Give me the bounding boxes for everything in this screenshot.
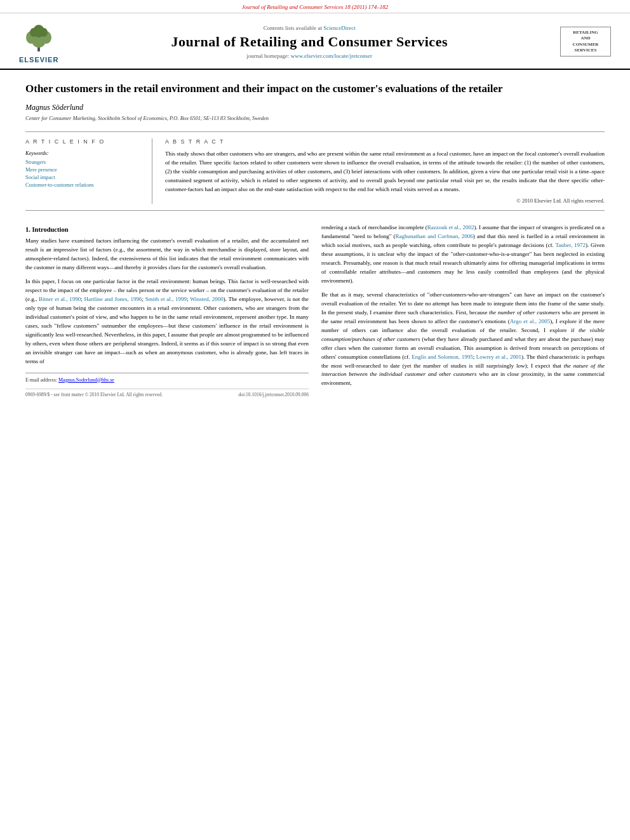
abstract-heading: A B S T R A C T xyxy=(165,138,605,145)
journal-homepage-link[interactable]: www.elsevier.com/locate/jretconser xyxy=(291,53,372,59)
elsevier-logo: ELSEVIER xyxy=(19,20,58,63)
sciencedirect-line: Contents lists available at ScienceDirec… xyxy=(58,25,560,31)
keyword-mere-presence[interactable]: Mere presence xyxy=(25,166,143,173)
section1-title: 1. Introduction xyxy=(25,226,309,233)
ref-bitner[interactable]: Bitner et al., 1990 xyxy=(39,296,81,302)
abstract-column: A B S T R A C T This study shows that ot… xyxy=(165,138,605,204)
footnote-area: E-mail address: Magnus.Soderlund@hhs.se xyxy=(25,373,309,383)
copyright-line: © 2010 Elsevier Ltd. All rights reserved… xyxy=(165,197,605,204)
section1-right-para2: Be that as it may, several characteristi… xyxy=(321,291,605,388)
bottom-bar: 0969-6989/$ - see front matter © 2010 El… xyxy=(25,389,309,397)
ref-smith[interactable]: Smith et al., 1999 xyxy=(145,296,187,302)
ref-raghunathan[interactable]: Raghunathan and Corfman, 2006 xyxy=(395,233,473,239)
body-columns: 1. Introduction Many studies have examin… xyxy=(25,223,605,397)
svg-point-5 xyxy=(30,28,37,37)
journal-header: ELSEVIER Contents lists available at Sci… xyxy=(0,13,630,70)
body-right-column: rendering a stack of merchandise incompl… xyxy=(321,223,605,397)
journal-homepage-line: journal homepage: www.elsevier.com/locat… xyxy=(58,53,560,59)
article-info-abstract: A R T I C L E I N F O Keywords: Stranger… xyxy=(25,131,605,211)
journal-logo-box: RETAILING AND CONSUMER SERVICES xyxy=(560,27,611,56)
ref-lowrey[interactable]: Lowrey et al., 2001 xyxy=(476,354,521,360)
ref-hartline[interactable]: Hartline and Jones, 1996 xyxy=(84,296,142,302)
article-info-heading: A R T I C L E I N F O xyxy=(25,138,143,145)
sciencedirect-link[interactable]: ScienceDirect xyxy=(323,25,355,31)
article-title: Other customers in the retail environmen… xyxy=(25,81,605,97)
keyword-strangers[interactable]: Strangers xyxy=(25,159,143,165)
ref-razzouk[interactable]: Razzouk et al., 2002 xyxy=(427,224,474,230)
keyword-customer-relations[interactable]: Customer-to-customer relations xyxy=(25,182,143,188)
email-link[interactable]: Magnus.Soderlund@hhs.se xyxy=(58,377,114,383)
author-name: Magnus Söderlund xyxy=(25,103,605,112)
doi-text: doi:10.1016/j.jretconser.2010.09.006 xyxy=(238,392,309,397)
ref-tauber[interactable]: Tauber, 1972 xyxy=(555,242,586,248)
body-left-column: 1. Introduction Many studies have examin… xyxy=(25,223,309,397)
author-affiliation: Center for Consumer Marketing, Stockholm… xyxy=(25,115,605,121)
article-info-column: A R T I C L E I N F O Keywords: Stranger… xyxy=(25,138,152,204)
journal-title: Journal of Retailing and Consumer Servic… xyxy=(58,34,560,50)
journal-header-center: Contents lists available at ScienceDirec… xyxy=(58,25,560,59)
section1-title-text: Introduction xyxy=(32,226,69,233)
section1-para2: In this paper, I focus on one particular… xyxy=(25,277,309,366)
keyword-social-impact[interactable]: Social impact xyxy=(25,174,143,180)
journal-citation-bar: Journal of Retailing and Consumer Servic… xyxy=(0,0,630,13)
journal-citation: Journal of Retailing and Consumer Servic… xyxy=(242,4,388,10)
main-content: Other customers in the retail environmen… xyxy=(0,70,630,410)
footnote-email: E-mail address: Magnus.Soderlund@hhs.se xyxy=(25,377,309,383)
keywords-label: Keywords: xyxy=(25,150,143,156)
section1-para1: Many studies have examined factors influ… xyxy=(25,237,309,272)
elsevier-wordmark: ELSEVIER xyxy=(19,56,58,63)
issn-text: 0969-6989/$ - see front matter © 2010 El… xyxy=(25,392,163,397)
svg-point-6 xyxy=(40,28,48,37)
section1-right-para1: rendering a stack of merchandise incompl… xyxy=(321,223,605,286)
abstract-text: This study shows that other customers wh… xyxy=(165,150,605,194)
ref-argo[interactable]: Argo et al., 2005 xyxy=(510,318,550,324)
ref-englis[interactable]: Englis and Solomon, 1995 xyxy=(412,354,473,360)
ref-winsted[interactable]: Winsted, 2000 xyxy=(190,296,224,302)
